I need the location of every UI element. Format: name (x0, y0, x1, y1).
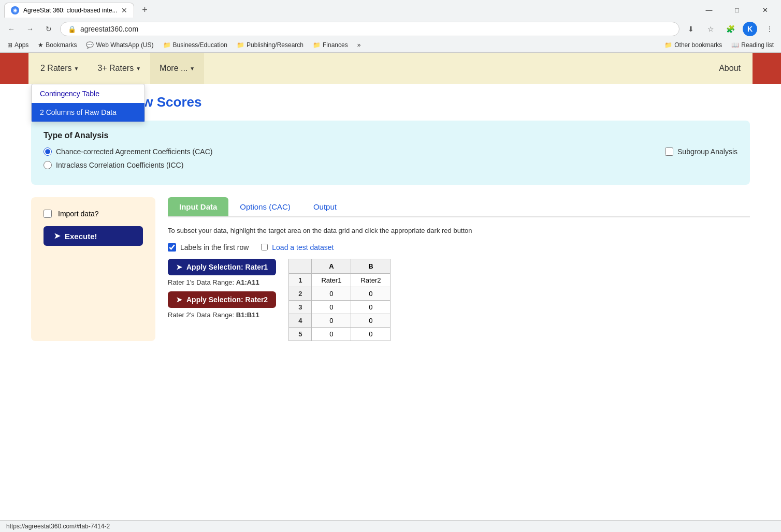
star-icon: ★ (38, 41, 44, 49)
radio-group: Chance-corrected Agreement Coefficients … (44, 147, 665, 174)
import-data-checkbox[interactable] (44, 210, 52, 218)
bookmark-apps-label: Apps (15, 41, 28, 49)
bookmark-star-icon[interactable]: ☆ (703, 22, 718, 36)
download-icon[interactable]: ⬇ (684, 22, 698, 36)
radio-cac[interactable] (44, 147, 52, 156)
rater1-apply-icon: ➤ (176, 263, 182, 271)
nav-about[interactable]: About (710, 58, 750, 78)
tab-input-data[interactable]: Input Data (168, 197, 228, 216)
radio-icc[interactable] (44, 161, 52, 169)
extensions-icon[interactable]: 🧩 (723, 22, 737, 36)
rater1-range-text: Rater 1's Data Range: A1:A11 (168, 278, 276, 286)
bookmark-bookmarks-label: Bookmarks (46, 41, 77, 49)
labels-first-row-label: Labels in the first row (168, 243, 249, 252)
col-header-a: A (312, 259, 351, 273)
status-bar: https://agreestat360.com/#tab-7414-2 (0, 520, 781, 532)
cell-b-1: 0 (351, 287, 390, 300)
browser-chrome: ◉ AgreeStat 360: cloud-based inte... ✕ +… (0, 0, 781, 53)
tab-output[interactable]: Output (302, 197, 348, 216)
bookmark-other[interactable]: 📁 Other bookmarks (661, 40, 725, 50)
radio-cac-label: Chance-corrected Agreement Coefficients … (56, 147, 212, 156)
whatsapp-icon: 💬 (86, 41, 94, 49)
tabs-row: Input Data Options (CAC) Output (168, 197, 750, 217)
apply-rater2-button[interactable]: ➤ Apply Selection: Rater2 (168, 291, 276, 308)
browser-tab-active[interactable]: ◉ AgreeStat 360: cloud-based inte... ✕ (4, 3, 134, 18)
bookmark-other-label: Other bookmarks (674, 41, 722, 49)
tab-close-button[interactable]: ✕ (121, 6, 127, 14)
execute-icon: ➤ (54, 231, 61, 241)
cell-a-2: 0 (312, 300, 351, 314)
address-bar[interactable]: 🔒 agreestat360.com (60, 22, 679, 36)
minimize-button[interactable]: — (697, 2, 721, 18)
apply-rater1-button[interactable]: ➤ Apply Selection: Rater1 (168, 259, 276, 275)
status-url: https://agreestat360.com/#tab-7414-2 (6, 523, 110, 530)
nav-icons: ⬇ ☆ 🧩 K ⋮ (684, 22, 777, 36)
more-label: More ... (160, 64, 187, 73)
apply-section: ➤ Apply Selection: Rater1 Rater 1's Data… (168, 259, 276, 341)
forward-button[interactable]: → (23, 22, 37, 36)
table-row: 1 Rater1 Rater2 (289, 273, 390, 287)
dropdown-item-2-columns-raw-data[interactable]: 2 Columns of Raw Data (32, 103, 144, 122)
bookmark-reading-list[interactable]: 📖 Reading list (728, 40, 777, 50)
reading-list-icon: 📖 (731, 41, 739, 49)
right-panel: Input Data Options (CAC) Output To subse… (168, 197, 750, 341)
window-controls: — □ ✕ (693, 2, 781, 18)
maximize-button[interactable]: □ (725, 2, 749, 18)
menu-icon[interactable]: ⋮ (762, 22, 777, 36)
labels-first-row-text: Labels in the first row (180, 243, 249, 252)
nav-3plus-raters[interactable]: 3+ Raters ▼ (88, 53, 150, 84)
folder-icon-3: 📁 (313, 41, 321, 49)
dropdown-item-contingency-table[interactable]: Contingency Table (32, 84, 144, 103)
bookmark-publishing-label: Publishing/Research (247, 41, 303, 49)
2-raters-chevron-icon: ▼ (74, 66, 79, 71)
top-nav: 2 Raters ▼ 3+ Raters ▼ More ... ▼ About (0, 53, 781, 84)
bookmark-apps[interactable]: ⊞ Apps (4, 40, 32, 50)
nav-more[interactable]: More ... ▼ (150, 53, 204, 84)
site-icon: 🔒 (68, 25, 76, 33)
cell-a-0: Rater1 (312, 273, 351, 287)
info-text: To subset your data, highlight the targe… (168, 226, 750, 236)
load-test-dataset-link[interactable]: Load a test dataset (272, 243, 334, 252)
bookmark-finances-label: Finances (323, 41, 348, 49)
bookmark-finances[interactable]: 📁 Finances (310, 40, 351, 50)
cell-b-4: 0 (351, 327, 390, 341)
app-wrapper: 2 Raters ▼ 3+ Raters ▼ More ... ▼ About … (0, 53, 781, 351)
bookmark-publishing-research[interactable]: 📁 Publishing/Research (234, 40, 307, 50)
reload-button[interactable]: ↻ (41, 22, 56, 36)
data-table: A B 1 Rater1 Rater2 2 0 0 3 0 0 4 0 0 5 … (288, 259, 390, 341)
folder-icon-4: 📁 (664, 41, 672, 49)
add-tab-button[interactable]: + (136, 3, 153, 18)
subgroup-label: Subgroup Analysis (677, 147, 737, 156)
bookmark-reading-label: Reading list (741, 41, 774, 49)
bookmark-bookmarks[interactable]: ★ Bookmarks (35, 40, 80, 50)
bookmark-whatsapp[interactable]: 💬 Web WhatsApp (US) (83, 40, 156, 50)
profile-button[interactable]: K (743, 22, 757, 36)
options-row: Labels in the first row Load a test data… (168, 243, 750, 252)
subgroup-checkbox[interactable] (665, 147, 673, 156)
table-row: 5 0 0 (289, 327, 390, 341)
cell-a-4: 0 (312, 327, 351, 341)
labels-first-row-checkbox[interactable] (168, 243, 176, 252)
tab-title: AgreeStat 360: cloud-based inte... (23, 7, 117, 14)
3plus-raters-label: 3+ Raters (97, 64, 134, 73)
execute-label: Execute! (65, 232, 97, 241)
bookmark-business-education[interactable]: 📁 Business/Education (160, 40, 230, 50)
rater2-range-prefix: Rater 2's Data Range: (168, 311, 236, 319)
folder-icon-1: 📁 (163, 41, 171, 49)
cell-b-3: 0 (351, 314, 390, 327)
execute-button[interactable]: ➤ Execute! (44, 226, 143, 246)
table-row: 2 0 0 (289, 287, 390, 300)
close-button[interactable]: ✕ (753, 2, 777, 18)
bookmark-more[interactable]: » (354, 40, 364, 50)
tab-favicon: ◉ (11, 6, 19, 14)
radio-cac-row: Chance-corrected Agreement Coefficients … (44, 147, 665, 156)
row-num-2: 3 (289, 300, 312, 314)
load-dataset-checkbox[interactable] (261, 244, 268, 250)
nav-2-raters[interactable]: 2 Raters ▼ (31, 53, 88, 84)
cell-b-0: Rater2 (351, 273, 390, 287)
analysis-type-heading: Type of Analysis (44, 131, 737, 140)
tab-options-cac[interactable]: Options (CAC) (228, 197, 302, 216)
bookmarks-bar: ⊞ Apps ★ Bookmarks 💬 Web WhatsApp (US) 📁… (0, 38, 781, 52)
back-button[interactable]: ← (4, 22, 19, 36)
apply-rater1-label: Apply Selection: Rater1 (186, 263, 268, 271)
